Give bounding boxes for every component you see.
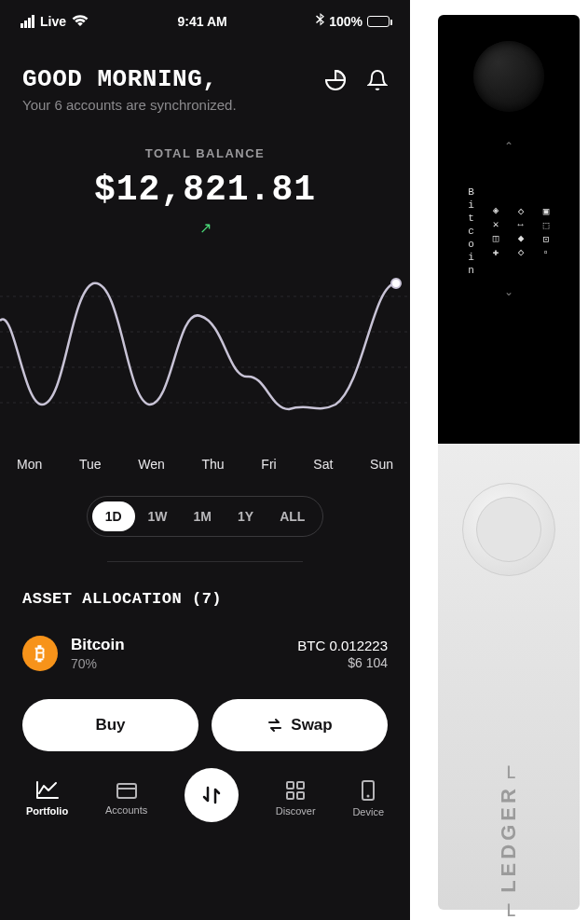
svg-point-4 <box>391 279 401 288</box>
wifi-icon <box>72 14 89 29</box>
asset-value: $6 104 <box>297 655 388 670</box>
day-label: Wen <box>138 457 165 472</box>
device-screen-text: Bitcoin <box>466 186 477 278</box>
device-top-button <box>473 41 544 112</box>
nav-device[interactable]: Device <box>352 779 384 817</box>
bluetooth-icon <box>316 13 324 30</box>
nav-transfer[interactable] <box>185 768 239 822</box>
status-bar: Live 9:41 AM 100% <box>0 0 410 39</box>
buy-button[interactable]: Buy <box>22 699 198 751</box>
ledger-logo: ⌐ LEDGER ⌐ <box>494 761 524 917</box>
sync-status: Your 6 accounts are synchronized. <box>22 97 237 113</box>
greeting-title: GOOD MORNING, <box>22 65 237 93</box>
svg-point-12 <box>367 794 370 797</box>
pie-chart-icon[interactable] <box>324 69 347 94</box>
battery-pct: 100% <box>329 14 362 29</box>
balance-chart[interactable] <box>0 265 410 442</box>
range-1m[interactable]: 1M <box>181 501 225 531</box>
day-label: Thu <box>202 457 225 472</box>
balance-value: $12,821.81 <box>0 170 410 210</box>
range-1d[interactable]: 1D <box>92 501 135 531</box>
bitcoin-icon: ₿ <box>22 636 58 671</box>
swap-icon <box>267 717 283 734</box>
range-all[interactable]: ALL <box>267 501 318 531</box>
grid-icon <box>285 780 306 801</box>
clock: 9:41 AM <box>178 14 227 29</box>
day-label: Mon <box>17 457 42 472</box>
day-label: Sat <box>313 457 333 472</box>
svg-rect-5 <box>117 784 136 798</box>
device-icon <box>359 779 377 802</box>
battery-icon <box>367 16 390 27</box>
chevron-down-icon: ⌄ <box>472 285 546 298</box>
time-range-selector: 1D 1W 1M 1Y ALL <box>87 496 324 537</box>
device-main-button <box>462 483 555 576</box>
range-1w[interactable]: 1W <box>135 501 181 531</box>
trend-up-icon: ↗ <box>199 219 212 237</box>
transfer-icon <box>201 785 222 805</box>
asset-allocation-title: ASSET ALLOCATION (7) <box>0 562 410 626</box>
wallet-icon <box>116 781 138 800</box>
signal-icon <box>21 15 34 28</box>
carrier-label: Live <box>40 14 66 29</box>
svg-rect-10 <box>297 792 304 799</box>
chart-x-axis: Mon Tue Wen Thu Fri Sat Sun <box>0 442 410 472</box>
device-screen: Bitcoin ◈✕◫✚ ◇↔◆◇ ▣⬚⊡▫ <box>472 186 546 278</box>
bell-icon[interactable] <box>367 69 388 94</box>
day-label: Tue <box>79 457 102 472</box>
asset-row-bitcoin[interactable]: ₿ Bitcoin 70% BTC 0.012223 $6 104 <box>0 626 410 680</box>
day-label: Fri <box>261 457 276 472</box>
svg-rect-8 <box>297 782 304 789</box>
svg-rect-9 <box>287 792 294 799</box>
asset-name: Bitcoin <box>71 636 125 654</box>
balance-label: TOTAL BALANCE <box>0 146 410 160</box>
day-label: Sun <box>370 457 393 472</box>
ledger-hardware-device: ⌃ Bitcoin ◈✕◫✚ ◇↔◆◇ ▣⬚⊡▫ ⌄ ⌐ LEDGER ⌐ <box>438 15 580 910</box>
swap-button[interactable]: Swap <box>212 699 388 751</box>
chevron-up-icon: ⌃ <box>472 140 546 153</box>
nav-discover[interactable]: Discover <box>276 780 316 817</box>
chart-line-icon <box>35 780 60 801</box>
range-1y[interactable]: 1Y <box>225 501 267 531</box>
asset-pct: 70% <box>71 656 125 671</box>
nav-portfolio[interactable]: Portfolio <box>26 780 68 817</box>
svg-rect-7 <box>287 782 294 789</box>
phone-app-frame: Live 9:41 AM 100% GOOD MORNING, Your 6 a… <box>0 0 410 920</box>
bottom-nav: Portfolio Accounts Discover Device <box>0 764 410 839</box>
asset-amount: BTC 0.012223 <box>297 638 388 653</box>
nav-accounts[interactable]: Accounts <box>105 781 147 816</box>
